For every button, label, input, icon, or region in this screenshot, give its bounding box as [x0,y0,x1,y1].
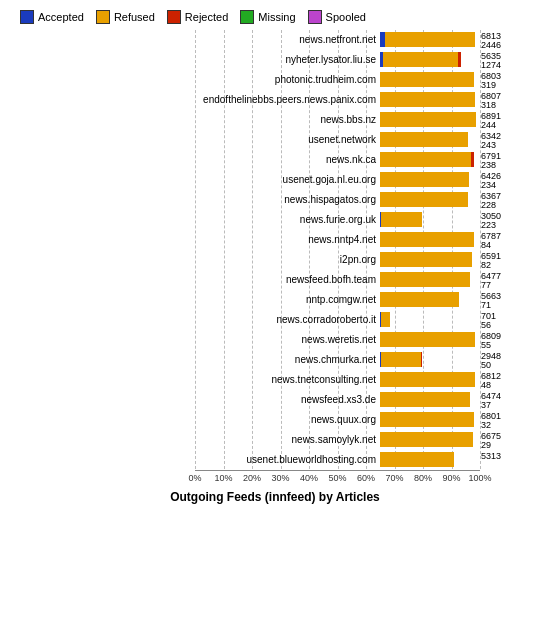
table-row: news.samoylyk.net667529 [195,430,480,449]
bar-area: 681248 [380,372,480,387]
bar-value-label: 294850 [481,352,501,370]
row-label: news.bbs.nz [195,114,380,125]
bar-area: 294850 [380,352,480,367]
table-row: endofthelinebbs.peers.news.panix.com6807… [195,90,480,109]
bar-area: 678784 [380,232,480,247]
bar-value-bot: 319 [481,81,501,90]
table-row: news.bbs.nz6891244 [195,110,480,129]
bar-area: 6891244 [380,112,480,127]
table-row: news.chmurka.net294850 [195,350,480,369]
bar-value-label: 3050223 [481,212,501,230]
legend-label-refused: Refused [114,11,155,23]
table-row: usenet.blueworldhosting.com5313 [195,450,480,469]
bar-segment-refused [380,392,470,407]
bar-area: 6791238 [380,152,480,167]
bar-value-label: 6803319 [481,72,501,90]
bar-value-label: 68132446 [481,32,501,50]
row-label: photonic.trudheim.com [195,74,380,85]
bar-value-label: 6807318 [481,92,501,110]
bar-segment-refused [381,352,421,367]
bar-value-label: 566371 [481,292,501,310]
bar-value-bot: 238 [481,161,501,170]
bar-area: 56351274 [380,52,480,67]
bar-value-label: 6342243 [481,132,501,150]
legend-color-accepted [20,10,34,24]
bar-value-label: 6426234 [481,172,501,190]
row-label: news.quux.org [195,414,380,425]
axis-container: 0%10%20%30%40%50%60%70%80%90%100% [195,470,480,486]
bar-value-top: 5313 [481,452,501,461]
legend-item-spooled: Spooled [308,10,366,24]
row-label: news.samoylyk.net [195,434,380,445]
axis-label: 0% [188,473,201,483]
bar-segment-refused [380,92,475,107]
legend-label-accepted: Accepted [38,11,84,23]
bar-segment-refused [380,272,470,287]
bar-value-bot: 32 [481,421,501,430]
bar-value-label: 680955 [481,332,501,350]
row-label: news.hispagatos.org [195,194,380,205]
bar-value-bot: 71 [481,301,501,310]
bar-value-label: 680132 [481,412,501,430]
row-label: news.corradoroberto.it [195,314,380,325]
table-row: news.furie.org.uk3050223 [195,210,480,229]
bar-value-label: 6791238 [481,152,501,170]
bar-value-label: 6367228 [481,192,501,210]
table-row: i2pn.org659182 [195,250,480,269]
row-label: i2pn.org [195,254,380,265]
table-row: news.nk.ca6791238 [195,150,480,169]
row-label: usenet.goja.nl.eu.org [195,174,380,185]
bar-value-bot: 244 [481,121,501,130]
bar-value-label: 678784 [481,232,501,250]
row-label: news.nntp4.net [195,234,380,245]
axis-label: 30% [271,473,289,483]
bar-value-bot: 29 [481,441,501,450]
row-label: news.netfront.net [195,34,380,45]
legend-color-missing [240,10,254,24]
bar-segment-refused [380,112,476,127]
legend-item-refused: Refused [96,10,155,24]
bar-value-bot: 228 [481,201,501,210]
table-row: news.tnetconsulting.net681248 [195,370,480,389]
bar-segment-refused [380,412,474,427]
bar-area: 659182 [380,252,480,267]
bar-segment-refused [380,432,473,447]
row-label: news.furie.org.uk [195,214,380,225]
bar-segment-refused [380,252,472,267]
bar-segment-refused [380,192,468,207]
table-row: newsfeed.bofh.team647777 [195,270,480,289]
bar-segment-refused [380,72,474,87]
bar-area: 680132 [380,412,480,427]
bar-value-label: 70156 [481,312,496,330]
axis-label: 60% [357,473,375,483]
legend-label-rejected: Rejected [185,11,228,23]
bar-segment-refused [385,32,474,47]
bar-value-bot: 56 [481,321,496,330]
bar-area: 680955 [380,332,480,347]
bar-value-bot: 243 [481,141,501,150]
legend-item-rejected: Rejected [167,10,228,24]
row-label: usenet.blueworldhosting.com [195,454,380,465]
table-row: photonic.trudheim.com6803319 [195,70,480,89]
bar-area: 6342243 [380,132,480,147]
axis-label: 50% [328,473,346,483]
row-label: nyheter.lysator.liu.se [195,54,380,65]
bar-area: 6426234 [380,172,480,187]
bar-area: 667529 [380,432,480,447]
axis-label: 40% [300,473,318,483]
legend-item-accepted: Accepted [20,10,84,24]
axis-label: 20% [243,473,261,483]
bar-value-bot: 234 [481,181,501,190]
chart-title: Outgoing Feeds (innfeed) by Articles [10,490,540,504]
bar-value-label: 5313 [481,452,501,461]
bar-value-bot: 37 [481,401,501,410]
bar-area: 68132446 [380,32,480,47]
axis-label: 10% [214,473,232,483]
bar-value-label: 647777 [481,272,501,290]
bar-value-label: 681248 [481,372,501,390]
bar-value-label: 667529 [481,432,501,450]
bar-area: 6367228 [380,192,480,207]
table-row: nyheter.lysator.liu.se56351274 [195,50,480,69]
table-row: news.nntp4.net678784 [195,230,480,249]
legend-label-missing: Missing [258,11,295,23]
